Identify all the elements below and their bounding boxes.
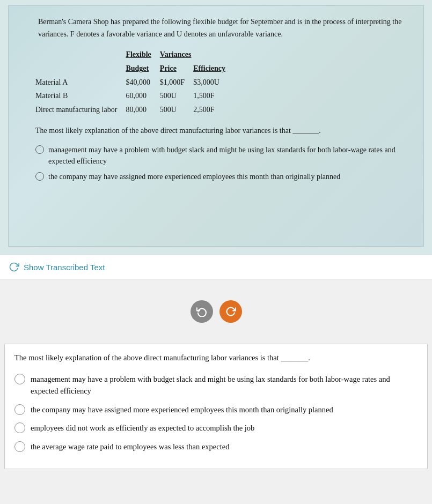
bottom-question-section: The most likely explanation of the above… (4, 344, 428, 469)
undo-button[interactable] (191, 300, 213, 323)
row-material-a-efficiency: $3,000U (193, 76, 234, 89)
middle-spacer (0, 279, 432, 344)
row-material-b-label: Material B (35, 89, 126, 102)
redo-button[interactable] (219, 300, 242, 323)
table-header-row1: Flexible Variances (35, 48, 234, 62)
row-material-a-price: $1,000F (160, 76, 193, 89)
answer-choice-1-text: management may have a problem with budge… (48, 144, 407, 167)
bottom-question-text: The most likely explanation of the above… (14, 352, 418, 365)
show-transcribed-label[interactable]: Show Transcribed Text (24, 263, 105, 272)
bottom-radio-1[interactable] (14, 374, 25, 384)
budget-table: Flexible Variances Budget Price Efficien… (35, 48, 234, 116)
col-empty (35, 62, 126, 76)
col-efficiency: Efficiency (193, 62, 234, 76)
bottom-answer-choice-2: the company may have assigned more exper… (14, 404, 418, 416)
table-header-row2: Budget Price Efficiency (35, 62, 234, 76)
radio-1[interactable] (35, 145, 44, 154)
col-variances: Variances (160, 48, 234, 62)
row-material-a-budget: $40,000 (126, 76, 159, 89)
table-row: Material B 60,000 500U 1,500F (35, 89, 234, 102)
bottom-answer-choice-4: the average wage rate paid to employees … (14, 441, 418, 453)
bottom-radio-4[interactable] (14, 441, 25, 452)
row-material-a-label: Material A (35, 76, 126, 89)
bottom-answer-2-text: the company may have assigned more exper… (31, 404, 333, 416)
document-image: Berman's Camera Shop has prepared the fo… (8, 5, 424, 247)
bottom-radio-3[interactable] (14, 423, 25, 433)
bottom-answer-4-text: the average wage rate paid to employees … (31, 441, 229, 453)
row-material-b-price: 500U (160, 89, 193, 102)
transcribed-icon (9, 262, 19, 272)
bottom-answer-3-text: employees did not work as efficiently as… (31, 422, 254, 434)
bottom-answer-1-text: management may have a problem with budge… (31, 373, 418, 397)
top-image-section: Berman's Camera Shop has prepared the fo… (0, 0, 432, 255)
row-labor-label: Direct manufacturing labor (35, 103, 126, 116)
row-labor-efficiency: 2,500F (193, 103, 234, 116)
col-budget: Budget (126, 62, 159, 76)
intro-paragraph: Berman's Camera Shop has prepared the fo… (35, 16, 407, 40)
show-transcribed-bar[interactable]: Show Transcribed Text (0, 255, 432, 279)
col-price: Price (160, 62, 193, 76)
radio-2[interactable] (35, 172, 44, 181)
row-labor-budget: 80,000 (126, 103, 159, 116)
table-row: Material A $40,000 $1,000F $3,000U (35, 76, 234, 89)
row-material-b-budget: 60,000 (126, 89, 159, 102)
answer-choice-2-text: the company may have assigned more exper… (48, 171, 340, 182)
top-question-text: The most likely explanation of the above… (35, 125, 407, 137)
answer-choice-2: the company may have assigned more exper… (35, 171, 407, 182)
answer-choice-1: management may have a problem with budge… (35, 144, 407, 167)
col-flexible: Flexible (126, 48, 159, 62)
row-labor-price: 500U (160, 103, 193, 116)
bottom-answer-choice-1: management may have a problem with budge… (14, 373, 418, 397)
bottom-answer-choice-3: employees did not work as efficiently as… (14, 422, 418, 434)
col-header-label (35, 48, 126, 62)
row-material-b-efficiency: 1,500F (193, 89, 234, 102)
table-row: Direct manufacturing labor 80,000 500U 2… (35, 103, 234, 116)
bottom-radio-2[interactable] (14, 404, 25, 415)
